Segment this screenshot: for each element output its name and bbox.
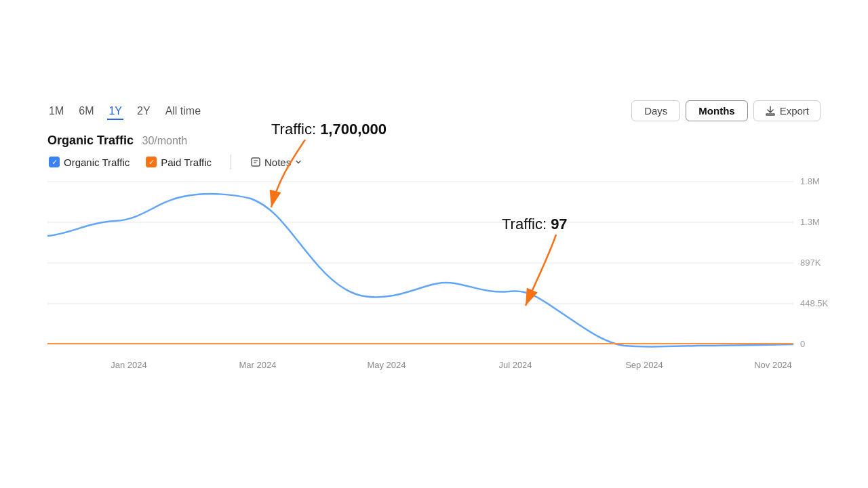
organic-legend-item: ✓ Organic Traffic — [49, 157, 130, 168]
notes-icon — [250, 157, 261, 167]
x-label-jan: Jan 2024 — [111, 360, 147, 370]
time-btn-1m[interactable]: 1M — [47, 102, 65, 120]
notes-label: Notes — [264, 157, 291, 168]
chart-legend: ✓ Organic Traffic ✓ Paid Traffic Notes — [47, 155, 821, 169]
traffic-chart: 1.8M 1.3M 897K 448.5K 0 Jan 2024 Mar 202… — [47, 175, 821, 385]
organic-legend-label: Organic Traffic — [64, 157, 130, 168]
y-label-1.3m: 1.3M — [800, 217, 820, 227]
export-label: Export — [780, 105, 809, 117]
y-label-0: 0 — [800, 339, 805, 349]
organic-checkbox[interactable]: ✓ — [49, 157, 60, 167]
organic-traffic-line — [47, 194, 793, 346]
time-range-buttons: 1M 6M 1Y 2Y All time — [47, 102, 202, 120]
x-label-jul: Jul 2024 — [498, 360, 532, 370]
y-label-1.8m: 1.8M — [800, 176, 820, 186]
svg-rect-0 — [252, 158, 260, 166]
export-button[interactable]: Export — [753, 100, 821, 121]
y-label-448k: 448.5K — [800, 298, 829, 308]
traffic-rate: 30/month — [142, 135, 188, 146]
time-btn-alltime[interactable]: All time — [164, 102, 202, 120]
view-controls: Days Months Export — [631, 100, 821, 121]
time-btn-1y[interactable]: 1Y — [107, 102, 123, 120]
export-icon — [765, 106, 776, 117]
days-toggle[interactable]: Days — [631, 100, 680, 121]
paid-checkbox[interactable]: ✓ — [146, 157, 157, 167]
paid-legend-label: Paid Traffic — [161, 157, 212, 168]
months-toggle[interactable]: Months — [686, 100, 747, 121]
legend-divider — [231, 155, 231, 169]
y-label-897k: 897K — [800, 258, 821, 268]
x-label-may: May 2024 — [367, 360, 406, 370]
organic-traffic-title: Organic Traffic — [47, 134, 134, 147]
traffic-label: Organic Traffic 30/month — [47, 134, 821, 148]
x-label-mar: Mar 2024 — [239, 360, 277, 370]
x-label-nov: Nov 2024 — [754, 360, 792, 370]
time-btn-2y[interactable]: 2Y — [136, 102, 152, 120]
paid-legend-item: ✓ Paid Traffic — [146, 157, 212, 168]
notes-button[interactable]: Notes — [250, 157, 302, 168]
x-label-sep: Sep 2024 — [625, 360, 663, 370]
time-btn-6m[interactable]: 6M — [77, 102, 95, 120]
chevron-down-icon — [294, 158, 302, 166]
chart-wrapper: 1.8M 1.3M 897K 448.5K 0 Jan 2024 Mar 202… — [47, 175, 821, 388]
